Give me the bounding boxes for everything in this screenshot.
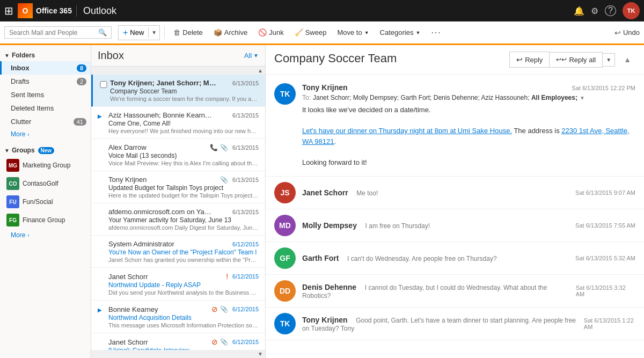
email-date-5: 6/13/2015 <box>232 209 259 215</box>
message-item-3[interactable]: MD Molly Dempsey I am free on Thursday! … <box>266 209 644 242</box>
msg-sender-1: Tony Krijnen <box>302 83 348 92</box>
list-scroll-up[interactable]: ▲ <box>91 67 265 75</box>
groups-more-link[interactable]: More › <box>0 229 91 241</box>
help-icon[interactable]: ? <box>605 5 616 16</box>
email-item-4[interactable]: Tony Krijnen 📎 6/13/2015 Updated Budget … <box>91 171 265 203</box>
email-subject-5: Your Yammer activity for Saturday, June … <box>108 216 231 224</box>
email-item-6[interactable]: System Administrator 6/12/2015 You're No… <box>91 236 265 268</box>
email-sender-7: Janet Schorr <box>108 273 148 281</box>
move-to-button[interactable]: Move to ▼ <box>333 26 373 39</box>
notification-icon[interactable]: 🔔 <box>574 6 584 16</box>
block-icon-8: ⊘ <box>211 305 218 313</box>
more-button[interactable]: ··· <box>427 26 445 40</box>
sidebar: ▼ Folders Inbox 8 Drafts 2 Sent Items De… <box>0 45 91 358</box>
email-list-header: Inbox All ▼ <box>91 45 265 67</box>
msg-time-4: Sat 6/13/2015 5:32 AM <box>575 255 635 261</box>
attachment-icon-8: 📎 <box>220 305 228 313</box>
email-item-9[interactable]: Janet Schorr ⊘ 📎 6/12/2015 [Hiring]: Can… <box>91 333 265 350</box>
msg-preview-2: Me too! <box>356 189 378 197</box>
move-to-chevron: ▼ <box>364 30 369 35</box>
msg-avatar-2: JS <box>274 182 296 203</box>
msg-time-2: Sat 6/13/2015 9:07 AM <box>575 189 635 196</box>
msg-sender-2: Janet Schorr <box>302 188 348 197</box>
msg-preview-4: I can't do Wednesday. Are people free on… <box>347 255 496 262</box>
email-sender-1: Tony Krijnen; Janet Schorr; Molly D... <box>110 79 217 87</box>
search-box[interactable]: 🔍 <box>4 26 112 39</box>
email-subject-3: Voice Mail (13 seconds) <box>108 152 177 159</box>
msg-time-3: Sat 6/13/2015 7:55 AM <box>575 222 635 229</box>
junk-icon: 🚫 <box>258 28 267 36</box>
inbox-count: 8 <box>77 64 86 72</box>
msg-time-5: Sat 6/13/2015 3:32 AM <box>576 284 635 297</box>
search-input[interactable] <box>9 29 98 36</box>
junk-button[interactable]: 🚫 Junk <box>254 26 288 39</box>
app-grid-icon[interactable]: ⊞ <box>4 4 13 17</box>
email-subject-6: You're Now an Owner of the "Project Falc… <box>108 249 257 256</box>
message-item-5[interactable]: DD Denis Dehenne I cannot do Tuesday, bu… <box>266 275 644 308</box>
sidebar-item-clutter[interactable]: Clutter 41 <box>0 115 91 128</box>
user-avatar[interactable]: TK <box>623 2 640 19</box>
email-item-3[interactable]: Alex Darrow 📞 📎 6/13/2015 Voice Mail (13… <box>91 139 265 171</box>
message-item-4[interactable]: GF Garth Fort I can't do Wednesday. Are … <box>266 242 644 275</box>
sidebar-item-fun-social[interactable]: FU Fun/Social <box>0 193 91 211</box>
undo-button[interactable]: ↩ Undo <box>614 28 640 37</box>
dinner-link[interactable]: Let's have our dinner on Thursday night … <box>302 127 512 135</box>
fun-social-avatar: FU <box>6 195 19 208</box>
email-preview-5: afdemo.onmicrosoft.com Daily Digest for … <box>108 224 259 231</box>
sidebar-item-inbox[interactable]: Inbox 8 <box>0 61 91 75</box>
message-item-6[interactable]: TK Tony Krijnen Good point, Garth. Let's… <box>266 308 644 340</box>
search-icon: 🔍 <box>98 28 107 36</box>
email-sender-8: Bonnie Kearney <box>108 305 158 313</box>
email-preview-8: This message uses Microsoft Information … <box>108 322 259 328</box>
email-sender-4: Tony Krijnen <box>108 176 147 184</box>
collapse-button[interactable]: ▲ <box>619 52 635 67</box>
contasogolf-avatar: CO <box>6 177 19 190</box>
forward-arrow-icon-8: ▶ <box>98 307 106 313</box>
more-chevron-icon: › <box>27 131 29 137</box>
email-item-1[interactable]: Tony Krijnen; Janet Schorr; Molly D... 6… <box>91 75 265 107</box>
groups-chevron-icon: ▼ <box>4 148 10 154</box>
reply-button[interactable]: ↩ Reply <box>509 52 550 68</box>
sidebar-item-contasogolf[interactable]: CO ContasoGolf <box>0 174 91 193</box>
folders-section-header[interactable]: ▼ Folders <box>0 49 91 61</box>
new-plus-icon: + <box>123 28 128 38</box>
email-sender-6: System Administrator <box>108 240 174 248</box>
email-subject-7: Northwind Update - Reply ASAP <box>108 281 201 289</box>
email-item-7[interactable]: Janet Schorr ! 6/12/2015 Northwind Updat… <box>91 268 265 301</box>
new-btn-group: + New ▼ <box>118 25 160 40</box>
email-sender-9: Janet Schorr <box>108 338 148 346</box>
inbox-title: Inbox <box>98 49 244 62</box>
msg-sender-5: Denis Dehenne <box>302 283 356 291</box>
groups-section-header[interactable]: ▼ Groups New <box>0 144 91 156</box>
sidebar-item-sent[interactable]: Sent Items <box>0 88 91 101</box>
sidebar-item-finance-group[interactable]: FG Finance Group <box>0 211 91 229</box>
msg-body-1: It looks like we've decided on a date/ti… <box>302 105 635 167</box>
reply-all-icon: ↩↩ <box>556 56 567 63</box>
list-scroll-down[interactable]: ▼ <box>91 350 265 358</box>
msg-avatar-4: GF <box>274 247 296 269</box>
categories-button[interactable]: Categories ▼ <box>376 26 425 39</box>
settings-icon[interactable]: ⚙ <box>591 6 598 16</box>
email-subject-8: Northwind Acquisition Details <box>108 314 192 322</box>
expand-recipients-icon[interactable]: ▼ <box>580 95 585 101</box>
filter-button[interactable]: All ▼ <box>244 52 259 60</box>
reply-split-button[interactable]: ▼ <box>603 53 615 67</box>
sidebar-item-deleted[interactable]: Deleted Items <box>0 101 91 115</box>
email-item-2[interactable]: ▶ Aziz Hassouneh; Bonnie Kearney; D... 6… <box>91 107 265 139</box>
email-subject-9: [Hiring]: Candidate Interview <box>108 347 189 350</box>
email-item-8[interactable]: ▶ Bonnie Kearney ⊘ 📎 6/12/2015 Northwind… <box>91 301 265 333</box>
msg-sender-4: Garth Fort <box>302 254 339 262</box>
email-checkbox-1[interactable] <box>99 81 108 88</box>
delete-button[interactable]: 🗑 Delete <box>169 26 207 39</box>
new-split-arrow[interactable]: ▼ <box>148 27 159 38</box>
folders-more-link[interactable]: More › <box>0 128 91 140</box>
message-item-2[interactable]: JS Janet Schorr Me too! Sat 6/13/2015 9:… <box>266 177 644 209</box>
email-item-5[interactable]: afdemo.onmicrosoft.com on Yammer 6/13/20… <box>91 203 265 236</box>
sidebar-item-drafts[interactable]: Drafts 2 <box>0 75 91 88</box>
reply-all-button[interactable]: ↩↩ Reply all <box>550 52 603 68</box>
sidebar-item-marketing-group[interactable]: MG Marketing Group <box>0 156 91 174</box>
archive-button[interactable]: 📦 Archive <box>209 26 252 39</box>
sweep-button[interactable]: 🧹 Sweep <box>290 26 331 39</box>
folders-chevron-icon: ▼ <box>4 53 10 59</box>
new-button[interactable]: + New <box>119 26 148 40</box>
